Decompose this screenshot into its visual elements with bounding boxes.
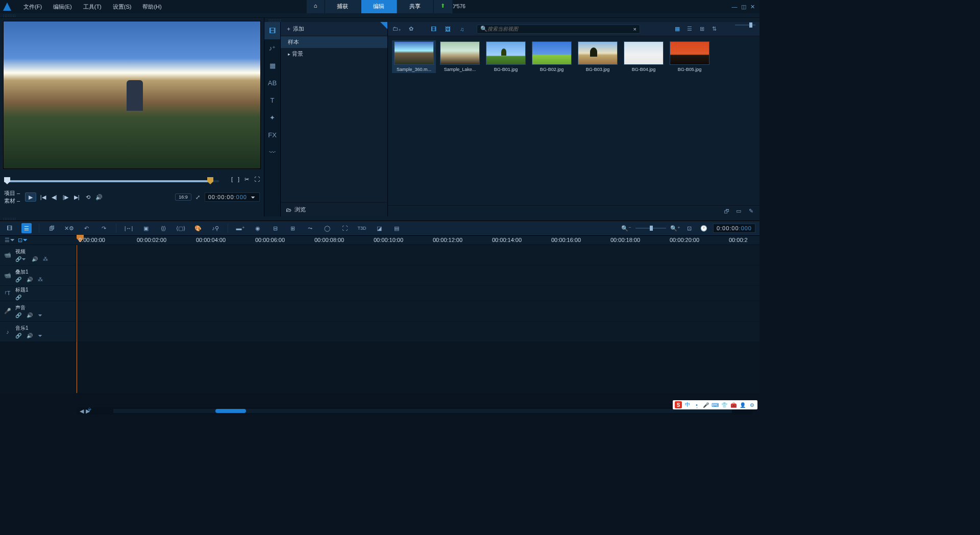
timeline-view-icon[interactable]: ☰ (21, 223, 32, 233)
lib-tab-graphic[interactable]: ✦ (264, 109, 280, 126)
link-icon[interactable]: 🔗 (15, 277, 21, 282)
menu-tools[interactable]: 工具(T) (78, 2, 107, 12)
thumb-item[interactable]: BG-B05.jpg (668, 40, 712, 73)
motion-icon[interactable]: ⤳ (305, 223, 315, 233)
goto-end-button[interactable]: ▶| (72, 192, 81, 202)
tree-item-samples[interactable]: 样本 (281, 36, 387, 48)
zoom-out-icon[interactable]: 🔍⁻ (621, 223, 631, 233)
filter-audio-icon[interactable]: ♫ (457, 25, 467, 34)
tree-add-header[interactable]: ＋ 添加 (281, 22, 387, 36)
copy-attr-icon[interactable]: 🗐 (46, 223, 57, 233)
menu-edit[interactable]: 编辑(E) (48, 2, 77, 12)
loop-button[interactable]: ⟲ (83, 192, 92, 202)
3d-title-icon[interactable]: T3D (357, 223, 367, 233)
tree-item-background[interactable]: 背景 (281, 48, 387, 60)
prev-frame-button[interactable]: ◀| (50, 192, 59, 202)
clear-search-icon[interactable]: × (633, 26, 636, 32)
lib-tab-media[interactable]: 🎞 (264, 22, 280, 39)
ime-settings-icon[interactable]: ⚙ (748, 401, 755, 408)
trim-icon[interactable]: |↔| (124, 223, 134, 233)
expand-icon[interactable]: ⏷ (38, 312, 43, 318)
tl-menu-icon[interactable]: ☰⏷ (5, 236, 14, 245)
filter-photo-icon[interactable]: 🖼 (443, 25, 452, 34)
preview-viewport[interactable] (3, 21, 261, 169)
track-head-music[interactable]: ♪ 音乐1 🔗🔊⏷ (0, 322, 77, 342)
link-icon[interactable]: 🔗 (15, 312, 21, 318)
thumb-size-slider[interactable] (735, 25, 755, 26)
track-head-overlay[interactable]: 📹 叠加1 🔗🔊⁂ (0, 265, 77, 286)
mark-out-icon[interactable]: ] (238, 176, 239, 183)
360-icon[interactable]: ◯ (322, 223, 332, 233)
mute-icon[interactable]: 🔊 (32, 256, 38, 262)
lib-tab-title[interactable]: T (264, 91, 280, 109)
scroll-left-icon[interactable]: ◀ (80, 408, 84, 415)
tab-home[interactable]: ⌂ (307, 0, 325, 13)
aspect-ratio-selector[interactable]: 16:9 (175, 193, 191, 201)
ime-lang-icon[interactable]: 中 (684, 401, 691, 408)
mode-clip-label[interactable]: 素材 – (4, 197, 20, 205)
link-icon[interactable]: 🔗⏷ (15, 256, 27, 262)
marker-icon[interactable]: ▬⁺ (235, 223, 246, 233)
link-icon[interactable]: 🔗 (15, 333, 21, 338)
ime-mic-icon[interactable]: 🎤 (702, 401, 709, 408)
redo-icon[interactable]: ↷ (99, 223, 109, 233)
track-head-video[interactable]: 📹 视频 🔗⏷🔊⁂ (0, 245, 77, 265)
play-button[interactable]: ▶ (25, 192, 36, 202)
search-input[interactable] (487, 26, 633, 32)
subtitle-icon[interactable]: ▤ (391, 223, 402, 233)
close-icon[interactable]: ✕ (749, 3, 756, 10)
preview-scrubber[interactable]: [ ] ✂ ⛶ (4, 176, 260, 186)
next-frame-button[interactable]: |▶ (61, 192, 70, 202)
tab-edit[interactable]: 编辑 (361, 0, 397, 13)
tab-share[interactable]: 共享 (397, 0, 433, 13)
scrubber-end-handle[interactable] (207, 177, 213, 184)
scroll-marker-icon[interactable]: ⬙ (88, 406, 91, 411)
lib-tab-path[interactable]: 〰 (264, 143, 280, 161)
thumb-item[interactable]: BG-B03.jpg (576, 40, 620, 73)
mute-icon[interactable]: 🔊 (27, 312, 33, 318)
view-list-icon[interactable]: ☰ (685, 25, 694, 34)
tab-upload[interactable]: ⬆ (433, 0, 453, 13)
mute-icon[interactable]: 🔊 (27, 333, 33, 338)
mask-icon[interactable]: ◪ (374, 223, 384, 233)
expand-icon[interactable]: ⛶ (254, 176, 260, 183)
menu-help[interactable]: 帮助(H) (137, 2, 166, 12)
multicam-icon[interactable]: ⊞ (287, 223, 298, 233)
goto-start-button[interactable]: |◀ (38, 192, 47, 202)
menu-settings[interactable]: 设置(S) (108, 2, 137, 12)
lib-tab-fx[interactable]: FX (264, 126, 280, 143)
view-grid-icon[interactable]: ⊞ (697, 25, 706, 34)
tools-icon[interactable]: ✕⚙ (64, 223, 74, 233)
audio-mix-icon[interactable]: ♪⚲ (210, 223, 220, 233)
panel-grip[interactable]: :::::::: (265, 18, 282, 22)
view-thumb-icon[interactable]: ▦ (673, 25, 682, 34)
timeline-timecode[interactable]: 0:00:00:000 (713, 224, 755, 233)
ime-user-icon[interactable]: 👤 (739, 401, 746, 408)
tl-snap-icon[interactable]: ⊡⏷ (18, 236, 28, 245)
ime-skin-icon[interactable]: 👕 (721, 401, 728, 408)
minimize-icon[interactable]: — (731, 3, 738, 10)
track-head-title[interactable]: ⸀T 标题1 🔗 (0, 286, 77, 301)
lib-footer-icon-1[interactable]: 🗗 (722, 207, 731, 216)
tree-browse-footer[interactable]: 🗁 浏览 (281, 202, 387, 216)
gear-icon[interactable]: ✿ (406, 25, 415, 34)
track-lanes[interactable] (77, 245, 760, 393)
thumb-item[interactable]: BG-B02.jpg (530, 40, 574, 73)
fx-toggle-icon[interactable]: ⁂ (38, 277, 43, 282)
thumb-item[interactable]: BG-B04.jpg (622, 40, 666, 73)
timeline-scrollbar[interactable]: ⬙ ◀ ▶ (77, 407, 752, 415)
mode-project-label[interactable]: 项目 – (4, 189, 20, 197)
tab-capture[interactable]: 捕获 (325, 0, 361, 13)
lib-footer-icon-2[interactable]: ▭ (734, 207, 743, 216)
track-head-voice[interactable]: 🎤 声音 🔗🔊⏷ (0, 301, 77, 322)
fx-toggle-icon[interactable]: ⁂ (43, 256, 48, 262)
expand-icon[interactable]: ⏷ (38, 333, 43, 338)
crop-icon[interactable]: ▣ (141, 223, 151, 233)
ime-toolbar[interactable]: S 中 •̦ 🎤 ⌨ 👕 🧰 👤 ⚙ (673, 400, 757, 409)
ime-punct-icon[interactable]: •̦ (693, 401, 700, 408)
ime-toolbox-icon[interactable]: 🧰 (730, 401, 737, 408)
ime-keyboard-icon[interactable]: ⌨ (712, 401, 719, 408)
link-icon[interactable]: 🔗 (15, 295, 21, 300)
thumb-item[interactable]: BG-B01.jpg (484, 40, 528, 73)
slip-icon[interactable]: ⟨▢⟩ (176, 223, 186, 233)
